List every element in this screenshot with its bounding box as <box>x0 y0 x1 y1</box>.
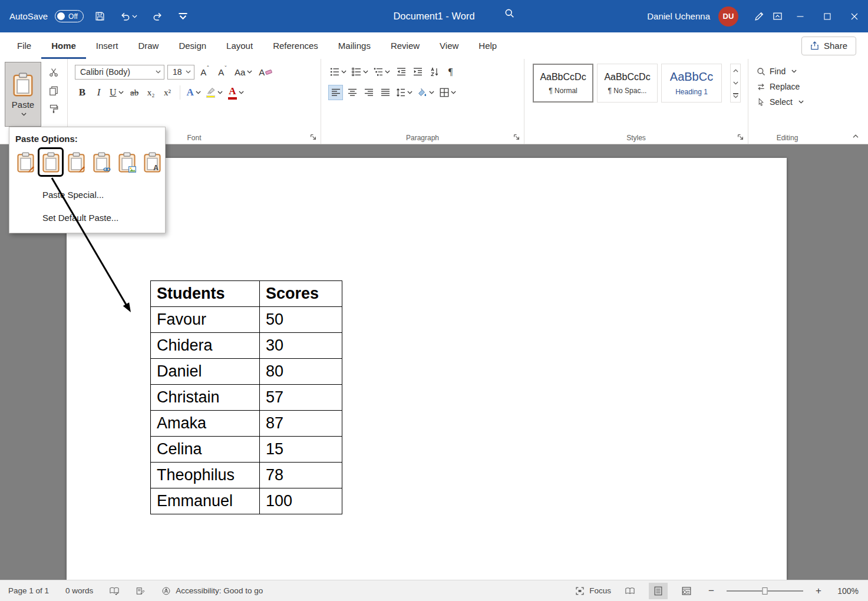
style-normal[interactable]: AaBbCcDc ¶ Normal <box>533 64 593 103</box>
user-name[interactable]: Daniel Uchenna <box>647 11 710 21</box>
superscript-button[interactable]: x² <box>160 85 175 100</box>
paste-button[interactable]: Paste <box>5 62 41 127</box>
underline-button[interactable]: U <box>108 85 126 100</box>
document-page[interactable]: Students Scores Favour50 Chidera30 Danie… <box>67 158 787 580</box>
tab-layout[interactable]: Layout <box>216 32 263 59</box>
tab-mailings[interactable]: Mailings <box>328 32 381 59</box>
share-button[interactable]: Share <box>801 37 856 55</box>
font-dialog-launcher[interactable] <box>310 133 318 141</box>
align-left-button[interactable] <box>328 85 343 100</box>
customize-quick-access-button[interactable] <box>174 8 192 25</box>
tab-review[interactable]: Review <box>381 32 430 59</box>
page-number-status[interactable]: Page 1 of 1 <box>8 586 49 595</box>
score-cell[interactable]: 30 <box>260 333 342 359</box>
tab-references[interactable]: References <box>263 32 328 59</box>
font-color-button[interactable]: A <box>226 85 246 100</box>
bold-button[interactable]: B <box>75 85 90 100</box>
tab-help[interactable]: Help <box>468 32 507 59</box>
style-no-spacing[interactable]: AaBbCcDc ¶ No Spac... <box>597 64 658 103</box>
tab-file[interactable]: File <box>7 32 41 59</box>
sort-button[interactable] <box>427 64 441 80</box>
bullets-button[interactable] <box>328 64 348 80</box>
select-button[interactable]: Select <box>748 94 826 110</box>
score-cell[interactable]: 100 <box>260 488 342 514</box>
minimize-button[interactable] <box>787 0 814 32</box>
close-button[interactable] <box>841 0 868 32</box>
zoom-level-button[interactable]: 100% <box>834 586 859 596</box>
paste-link-keep-source-formatting-button[interactable] <box>90 149 113 175</box>
inking-button[interactable] <box>750 8 768 25</box>
ribbon-display-options-button[interactable] <box>768 8 787 25</box>
highlight-color-button[interactable] <box>204 85 225 100</box>
change-case-button[interactable]: Aa <box>233 64 254 80</box>
search-button[interactable] <box>504 8 514 18</box>
paste-keep-source-formatting-button[interactable] <box>14 149 37 175</box>
show-formatting-marks-button[interactable]: ¶ <box>443 64 458 80</box>
italic-button[interactable]: I <box>91 85 106 100</box>
tab-home[interactable]: Home <box>41 32 86 59</box>
styles-scroll-down-button[interactable] <box>731 77 740 89</box>
numbering-button[interactable] <box>350 64 370 80</box>
styles-scroll-up-button[interactable] <box>731 64 740 77</box>
font-name-select[interactable]: Calibri (Body) <box>75 65 164 80</box>
paste-picture-button[interactable] <box>115 149 138 175</box>
align-right-button[interactable] <box>361 85 376 100</box>
find-button[interactable]: Find <box>748 64 826 79</box>
format-painter-button[interactable] <box>46 103 61 115</box>
decrease-indent-button[interactable] <box>394 64 408 80</box>
tab-design[interactable]: Design <box>169 32 216 59</box>
score-cell[interactable]: 80 <box>260 359 342 385</box>
score-cell[interactable]: 50 <box>260 307 342 333</box>
table-header-scores[interactable]: Scores <box>260 281 342 307</box>
grow-font-button[interactable]: Aˆ <box>197 64 212 80</box>
focus-mode-button[interactable]: Focus <box>575 586 611 595</box>
zoom-slider[interactable] <box>727 586 803 596</box>
paragraph-dialog-launcher[interactable] <box>513 133 522 141</box>
styles-dialog-launcher[interactable] <box>737 133 745 141</box>
score-cell[interactable]: 15 <box>260 437 342 463</box>
multilevel-list-button[interactable] <box>372 64 392 80</box>
student-cell[interactable]: Favour <box>151 307 260 333</box>
paste-use-destination-styles-button[interactable] <box>39 149 62 175</box>
tab-insert[interactable]: Insert <box>86 32 128 59</box>
save-button[interactable] <box>91 8 109 25</box>
autosave-toggle[interactable]: Off <box>55 10 84 22</box>
clear-formatting-button[interactable]: A <box>257 64 274 80</box>
zoom-slider-thumb[interactable] <box>763 587 768 595</box>
align-center-button[interactable] <box>345 85 359 100</box>
maximize-button[interactable] <box>814 0 841 32</box>
editor-status-button[interactable] <box>136 587 145 595</box>
zoom-out-button[interactable]: − <box>705 585 717 597</box>
paste-merge-formatting-button[interactable] <box>65 149 87 175</box>
table-header-students[interactable]: Students <box>151 281 260 307</box>
paste-special-menu-item[interactable]: Paste Special... <box>9 183 165 206</box>
undo-button[interactable] <box>116 8 141 25</box>
student-cell[interactable]: Celina <box>151 437 260 463</box>
student-cell[interactable]: Emmanuel <box>151 488 260 514</box>
student-cell[interactable]: Chidera <box>151 333 260 359</box>
student-cell[interactable]: Christain <box>151 385 260 411</box>
student-cell[interactable]: Theophilus <box>151 463 260 488</box>
text-effects-button[interactable]: A <box>185 85 203 100</box>
set-default-paste-menu-item[interactable]: Set Default Paste... <box>9 206 165 229</box>
increase-indent-button[interactable] <box>410 64 425 80</box>
tab-draw[interactable]: Draw <box>128 32 169 59</box>
proofing-status-button[interactable] <box>110 587 119 595</box>
paste-keep-text-only-button[interactable]: A <box>141 149 163 175</box>
score-cell[interactable]: 87 <box>260 411 342 437</box>
justify-button[interactable] <box>378 85 392 100</box>
zoom-in-button[interactable]: + <box>813 585 824 597</box>
shrink-font-button[interactable]: Aˇ <box>215 64 230 80</box>
word-count-status[interactable]: 0 words <box>65 586 93 595</box>
web-layout-button[interactable] <box>677 583 696 599</box>
avatar[interactable]: DU <box>718 6 738 27</box>
student-cell[interactable]: Daniel <box>151 359 260 385</box>
score-cell[interactable]: 78 <box>260 463 342 488</box>
redo-button[interactable] <box>148 8 167 25</box>
strikethrough-button[interactable]: ab <box>127 85 142 100</box>
print-layout-button[interactable] <box>649 583 668 599</box>
cut-button[interactable] <box>46 66 61 79</box>
copy-button[interactable] <box>46 84 61 97</box>
styles-more-button[interactable] <box>731 90 740 102</box>
collapse-ribbon-button[interactable] <box>850 132 861 140</box>
